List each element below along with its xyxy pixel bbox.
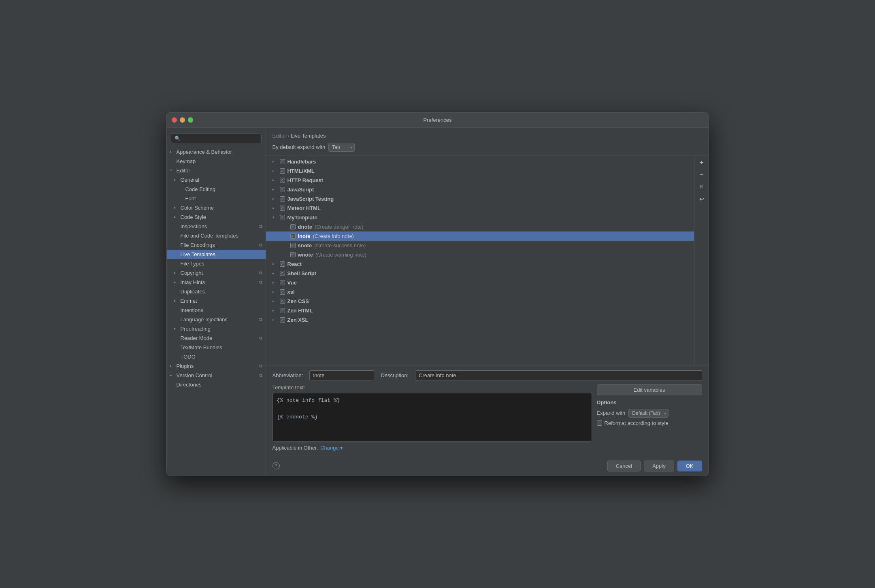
sidebar-item-textmate-bundles[interactable]: TextMate Bundles: [167, 343, 266, 352]
template-item-mytemplate[interactable]: ▾MyTemplate: [266, 213, 709, 222]
sidebar-item-general[interactable]: ▸General: [167, 175, 266, 185]
sidebar-item-language-injections[interactable]: Language Injections⧉: [167, 315, 266, 324]
cancel-button[interactable]: Cancel: [607, 461, 641, 471]
sidebar-item-keymap[interactable]: Keymap: [167, 157, 266, 166]
tl-cb-shell-script[interactable]: [280, 271, 285, 276]
copy-template-button[interactable]: ⎘: [696, 181, 707, 193]
expand-select[interactable]: Tab Enter Space: [328, 143, 355, 152]
tl-cb-mytemplate[interactable]: [280, 215, 285, 220]
sidebar-item-code-editing[interactable]: Code Editing: [167, 185, 266, 194]
sidebar-item-code-style[interactable]: ▸Code Style: [167, 212, 266, 222]
tl-cb-http-request[interactable]: [280, 178, 285, 183]
tl-cb-zen-html[interactable]: [280, 308, 285, 313]
ok-button[interactable]: OK: [677, 461, 702, 471]
breadcrumb-separator: ›: [287, 133, 291, 139]
sidebar-item-copyright[interactable]: ▸Copyright⧉: [167, 268, 266, 278]
sidebar-item-font[interactable]: Font: [167, 194, 266, 203]
sidebar-item-file-code-templates[interactable]: File and Code Templates: [167, 231, 266, 240]
tl-cb-javascript-testing[interactable]: [280, 196, 285, 202]
tl-cb-react[interactable]: [280, 261, 285, 267]
tl-cb-vue[interactable]: [280, 280, 285, 285]
sidebar-label-general: General: [181, 177, 262, 183]
tl-name-wnote: wnote: [298, 252, 313, 258]
tl-cb-meteor-html[interactable]: [280, 206, 285, 211]
window-title: Preferences: [423, 117, 451, 123]
template-textarea[interactable]: {% note info flat %} {% endnote %}: [273, 393, 592, 442]
copy-icon-copyright: ⧉: [259, 270, 262, 276]
search-input[interactable]: [171, 134, 262, 143]
template-item-shell-script[interactable]: ▸Shell Script: [266, 269, 709, 278]
sidebar-label-proofreading: Proofreading: [181, 326, 262, 332]
sidebar-item-file-types[interactable]: File Types: [167, 259, 266, 268]
template-item-dnote[interactable]: dnote (Create danger note): [266, 222, 709, 231]
sidebar-item-inspections[interactable]: Inspections⧉: [167, 222, 266, 231]
tl-chevron-handlebars: ▸: [273, 159, 277, 163]
sidebar-item-proofreading[interactable]: ▸Proofreading: [167, 324, 266, 333]
sidebar-item-directories[interactable]: Directories: [167, 380, 266, 389]
tl-cb-xsl[interactable]: [280, 289, 285, 295]
template-item-http-request[interactable]: ▸HTTP Request: [266, 176, 709, 185]
tl-chevron-vue: ▸: [273, 280, 277, 284]
sidebar-item-version-control[interactable]: ▸Version Control⧉: [167, 371, 266, 380]
template-item-react[interactable]: ▸React: [266, 259, 709, 269]
breadcrumb-editor[interactable]: Editor: [273, 133, 286, 139]
template-item-meteor-html[interactable]: ▸Meteor HTML: [266, 204, 709, 213]
sidebar-item-editor[interactable]: ▾Editor: [167, 166, 266, 175]
template-item-snote[interactable]: snote (Create success note): [266, 241, 709, 250]
tl-cb-snote[interactable]: [290, 243, 296, 248]
template-item-zen-html[interactable]: ▸Zen HTML: [266, 306, 709, 315]
apply-button[interactable]: Apply: [644, 461, 674, 471]
sidebar-item-live-templates[interactable]: Live Templates: [167, 250, 266, 259]
tl-chevron-http-request: ▸: [273, 178, 277, 182]
sidebar-items-container: ▸Appearance & BehaviorKeymap▾Editor▸Gene…: [167, 147, 266, 389]
sidebar-item-appearance[interactable]: ▸Appearance & Behavior: [167, 147, 266, 157]
reset-template-button[interactable]: ↩: [696, 193, 707, 205]
sidebar-item-color-scheme[interactable]: ▸Color Scheme: [167, 203, 266, 212]
sidebar-item-file-encodings[interactable]: File Encodings⧉: [167, 240, 266, 250]
abbreviation-input[interactable]: [309, 370, 374, 380]
expand-with-select[interactable]: Default (Tab) Tab Enter Space: [628, 409, 668, 418]
tl-cb-zen-css[interactable]: [280, 299, 285, 304]
template-item-javascript-testing[interactable]: ▸JavaScript Testing: [266, 194, 709, 204]
tl-cb-handlebars[interactable]: [280, 159, 285, 164]
change-link[interactable]: Change ▾: [320, 445, 343, 451]
edit-variables-button[interactable]: Edit variables: [597, 384, 702, 395]
sidebar-item-todo[interactable]: TODO: [167, 352, 266, 361]
sidebar-item-reader-mode[interactable]: Reader Mode⧉: [167, 333, 266, 343]
sidebar-item-inlay-hints[interactable]: ▸Inlay Hints⧉: [167, 278, 266, 287]
copy-icon-plugins: ⧉: [259, 363, 262, 369]
tl-name-html-xml: HTML/XML: [287, 168, 315, 174]
template-item-html-xml[interactable]: ▸HTML/XML: [266, 166, 709, 176]
sidebar-label-textmate-bundles: TextMate Bundles: [181, 344, 262, 350]
minimize-button[interactable]: [180, 117, 185, 123]
description-input[interactable]: [415, 370, 702, 380]
template-item-javascript[interactable]: ▸JavaScript: [266, 185, 709, 194]
tl-cb-javascript[interactable]: [280, 187, 285, 192]
sidebar-label-version-control: Version Control: [177, 372, 258, 378]
template-item-xsl[interactable]: ▸xsl: [266, 287, 709, 297]
sidebar-item-duplicates[interactable]: Duplicates: [167, 287, 266, 296]
tl-cb-html-xml[interactable]: [280, 168, 285, 174]
close-button[interactable]: [172, 117, 177, 123]
bottom-bar: ? Cancel Apply OK: [266, 456, 709, 476]
sidebar-item-intentions[interactable]: Intentions: [167, 306, 266, 315]
template-item-wnote[interactable]: wnote (Create warning note): [266, 250, 709, 259]
template-item-handlebars[interactable]: ▸Handlebars: [266, 157, 709, 166]
template-item-inote[interactable]: inote (Create info note): [266, 231, 709, 241]
tl-cb-inote[interactable]: [290, 234, 296, 239]
editor-area: Abbreviation: Description: Template text…: [266, 365, 709, 456]
sidebar-item-emmet[interactable]: ▸Emmet: [167, 296, 266, 306]
help-button[interactable]: ?: [273, 462, 280, 469]
reformat-checkbox[interactable]: [597, 420, 602, 426]
template-item-zen-xsl[interactable]: ▸Zen XSL: [266, 315, 709, 325]
sidebar-item-plugins[interactable]: ▸Plugins⧉: [167, 361, 266, 371]
tl-cb-wnote[interactable]: [290, 252, 296, 257]
template-item-vue[interactable]: ▸Vue: [266, 278, 709, 287]
tl-cb-dnote[interactable]: [290, 224, 296, 229]
tl-chevron-zen-html: ▸: [273, 308, 277, 312]
remove-template-button[interactable]: −: [696, 169, 707, 180]
tl-cb-zen-xsl[interactable]: [280, 317, 285, 323]
add-template-button[interactable]: +: [696, 157, 707, 168]
template-item-zen-css[interactable]: ▸Zen CSS: [266, 297, 709, 306]
maximize-button[interactable]: [188, 117, 193, 123]
